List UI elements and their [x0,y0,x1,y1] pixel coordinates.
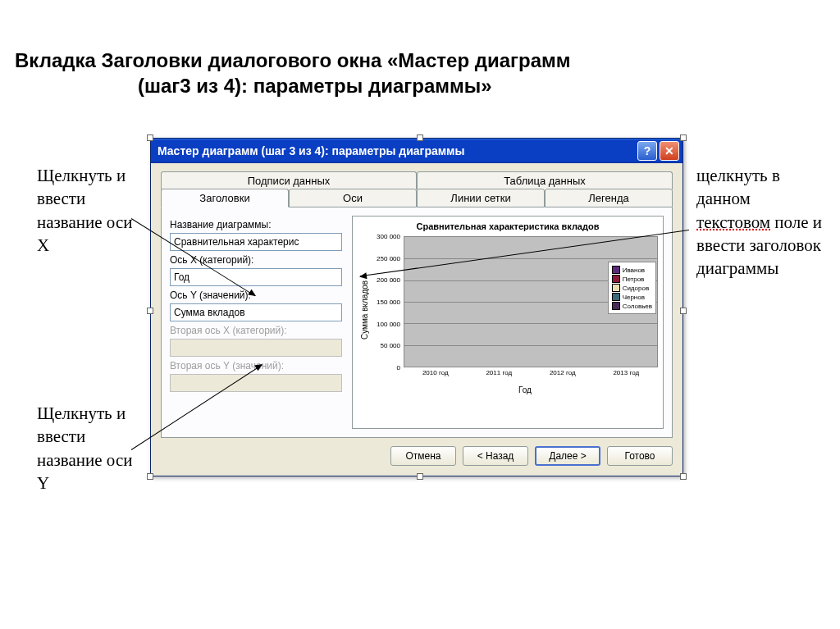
tab-titles[interactable]: Заголовки [161,189,289,207]
input-y2-axis [170,374,342,392]
dialog-title: Мастер диаграмм (шаг 3 из 4): параметры … [158,144,464,157]
input-x-axis[interactable] [170,268,342,286]
tab-legend[interactable]: Легенда [545,189,673,207]
input-x2-axis [170,339,342,357]
dialog-wrapper: Мастер диаграмм (шаг 3 из 4): параметры … [150,138,683,476]
annotation-x-axis: Щелкнуть и ввести название оси X [37,164,144,257]
chart-y-label: Сумма вкладов [358,236,369,384]
tab-data-table[interactable]: Таблица данных [417,171,673,189]
finish-button[interactable]: Готово [607,446,673,466]
next-button[interactable]: Далее > [535,446,600,466]
annotation-chart-title: щелкнуть в данном текстовом поле и ввест… [696,164,824,280]
chart-preview-title: Сравнительная характеристика вкладов [358,221,658,231]
label-chart-title: Название диаграммы: [170,219,342,230]
close-button[interactable]: ✕ [660,141,679,161]
page-title: Вкладка Заголовки диалогового окна «Маст… [15,48,571,98]
chart-wizard-dialog: Мастер диаграмм (шаг 3 из 4): параметры … [150,138,683,476]
help-button[interactable]: ? [637,141,657,161]
cancel-button[interactable]: Отмена [390,446,456,466]
chart-legend: ИвановПетровСидоровЧерновСоловьев [608,262,656,314]
tab-axes[interactable]: Оси [289,189,417,207]
tab-gridlines[interactable]: Линии сетки [417,189,545,207]
chart-x-label: Год [392,385,658,394]
label-x2-axis: Вторая ось X (категорий): [170,325,342,336]
input-y-axis[interactable] [170,303,342,321]
label-x-axis: Ось X (категорий): [170,254,342,266]
input-chart-title[interactable] [170,233,342,251]
back-button[interactable]: < Назад [463,446,528,466]
tab-data-labels[interactable]: Подписи данных [161,171,417,189]
annotation-y-axis: Щелкнуть и ввести название оси Y [37,402,144,495]
titlebar[interactable]: Мастер диаграмм (шаг 3 из 4): параметры … [151,139,682,163]
chart-preview: Сравнительная характеристика вкладов Сум… [352,216,664,429]
page-title-line2: (шаг3 из 4): параметры диаграммы» [138,73,571,98]
page-title-line1: Вкладка Заголовки диалогового окна «Маст… [15,49,571,71]
